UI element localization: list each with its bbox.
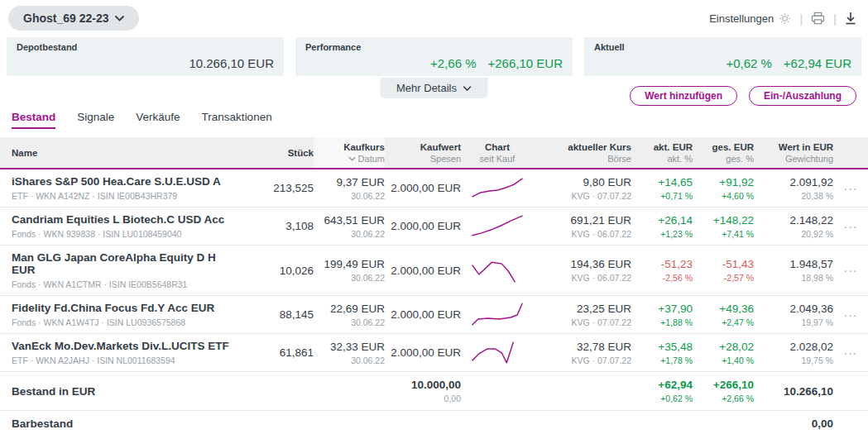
col-ges-eur[interactable]: ges. EURges. % [693,137,754,168]
sparkline-chart[interactable] [461,302,534,327]
col-value-eur[interactable]: Wert in EURGewichtung [754,137,833,168]
position-name-cell[interactable]: Man GLG Japan CoreAlpha Equity D H EUR F… [0,251,237,289]
position-name-cell[interactable]: VanEck Mo.Dev.Markets Div.L.UCITS ETF ET… [0,340,237,365]
value-eur-cell: 2.028,0219,75 % [754,341,833,365]
col-current-price[interactable]: aktueller KursBörse [534,137,631,168]
position-name-cell[interactable]: Candriam Equities L Biotech.C USD Acc Fo… [0,213,237,239]
divider: | [799,12,803,26]
top-bar: Ghost_69 22-23 Einstellungen | | [0,0,868,36]
details-actions-row: Mehr Details Wert hinzufügen Ein-/Auszah… [12,76,856,106]
akt-eur-cell: +26,14+1,23 % [631,214,693,239]
current-price-cell: 32,78 EURKVG · 07.07.22 [534,341,631,365]
total-label: Barbestand [0,417,237,430]
ges-eur-cell: +49,36+2,47 % [693,303,754,327]
shares-cell: 10,026 [237,265,314,277]
row-menu-button[interactable]: ··· [833,264,868,277]
col-name[interactable]: Name [0,143,237,162]
sparkline-chart[interactable] [461,175,534,201]
akt-eur-cell: +14,65+0,71 % [631,176,693,201]
download-icon [845,12,856,25]
settings-button[interactable]: Einstellungen [709,12,791,25]
tab-signale[interactable]: Signale [77,111,114,129]
buy-value-cell: 2.000,00 EUR [385,346,461,359]
ges-eur-cell: -51,43-2,57 % [693,258,754,283]
tab-bestand[interactable]: Bestand [12,111,55,129]
col-buy-price[interactable]: Kaufkurs Datum [314,137,385,168]
col-akt-eur[interactable]: akt. EURakt. % [631,137,693,168]
performance-pct: +2,66 % [430,56,476,70]
current-price-cell: 194,36 EURKVG · 06.07.22 [534,258,631,283]
card-aktuell: Aktuell +0,62 % +62,94 EUR [584,37,861,76]
position-row[interactable]: Fidelity Fd.China Focus Fd.Y Acc EUR Fon… [0,296,868,334]
position-row[interactable]: Candriam Equities L Biotech.C USD Acc Fo… [0,207,868,246]
akt-eur-cell: +37,90+1,88 % [631,303,693,327]
card-depotbestand: Depotbestand 10.266,10 EUR [7,37,284,76]
buy-value-cell: 2.000,00 EUR [385,220,461,232]
total-row-barbestand: Barbestand 0,00 [0,411,868,434]
current-price-cell: 691,21 EURKVG · 06.07.22 [534,214,631,239]
total-row-bestand: Bestand in EUR 10.000,00 0,00 +62,94 +0,… [0,372,868,411]
tab-bar: Bestand Signale Verkäufe Transaktionen [12,111,856,129]
position-details: ETF · WKN A2JAHJ · ISIN NL0011683594 [12,355,237,365]
position-name[interactable]: Man GLG Japan CoreAlpha Equity D H EUR [12,251,237,276]
more-details-button[interactable]: Mehr Details [380,78,488,98]
row-menu-button[interactable]: ··· [833,308,868,322]
buy-value-cell: 2.000,00 EUR [385,265,461,277]
shares-cell: 213,525 [237,182,314,194]
value-eur-cell: 2.049,3619,97 % [754,303,833,327]
aktuell-pct: +0,62 % [726,56,771,70]
deposit-withdraw-button[interactable]: Ein-/Auszahlung [749,86,856,106]
portfolio-selector[interactable]: Ghost_69 22-23 [8,6,139,31]
tab-verkaeufe[interactable]: Verkäufe [136,111,180,129]
table-header: Name Stück Kaufkurs Datum KaufwertSpesen… [0,137,868,169]
shares-cell: 3,108 [237,220,314,232]
add-value-button[interactable]: Wert hinzufügen [630,86,737,106]
buy-price-cell: 643,51 EUR30.06.22 [314,214,385,239]
sparkline-chart[interactable] [461,258,534,284]
row-menu-button[interactable]: ··· [833,346,868,360]
total-ges-eur: +266,10 +2,66 % [693,379,754,403]
current-price-cell: 23,25 EURKVG · 07.07.22 [534,303,631,327]
row-menu-button[interactable]: ··· [833,220,868,233]
col-buy-value[interactable]: KaufwertSpesen [385,137,461,168]
akt-eur-cell: +35,48+1,78 % [631,341,693,365]
position-name[interactable]: VanEck Mo.Dev.Markets Div.L.UCITS ETF [12,340,237,352]
value-eur-cell: 1.948,5718,98 % [754,258,833,283]
summary-cards: Depotbestand 10.266,10 EUR Performance +… [7,37,861,76]
current-price-cell: 9,80 EURKVG · 07.07.22 [534,176,631,201]
download-button[interactable] [845,12,856,25]
position-name-cell[interactable]: iShares S&P 500 Hea.Care S.U.E.USD A ETF… [0,175,237,201]
card-performance: Performance +2,66 % +266,10 EUR [295,37,573,76]
performance-value: +266,10 EUR [488,56,563,70]
position-details: Fonds · WKN A1W4TJ · ISIN LU0936575868 [12,317,237,327]
position-row[interactable]: iShares S&P 500 Hea.Care S.U.E.USD A ETF… [0,169,868,207]
position-name-cell[interactable]: Fidelity Fd.China Focus Fd.Y Acc EUR Fon… [0,302,237,327]
shares-cell: 61,861 [237,346,314,359]
position-name[interactable]: iShares S&P 500 Hea.Care S.U.E.USD A [12,175,237,188]
position-details: Fonds · WKN 939838 · ISIN LU0108459040 [12,229,237,239]
more-details-label: Mehr Details [396,82,457,94]
depot-value: 10.266,10 EUR [189,56,274,70]
shares-cell: 88,145 [237,308,314,321]
total-value-eur: 10.266,10 [754,385,833,398]
position-name[interactable]: Fidelity Fd.China Focus Fd.Y Acc EUR [12,302,237,314]
card-label: Aktuell [594,42,851,52]
total-buy-value: 10.000,00 0,00 [385,379,461,403]
total-label: Bestand in EUR [0,385,237,398]
position-name[interactable]: Candriam Equities L Biotech.C USD Acc [12,213,237,226]
sparkline-chart[interactable] [461,213,534,239]
action-buttons: Wert hinzufügen Ein-/Auszahlung [630,86,856,106]
total-akt-eur: +62,94 +0,62 % [631,379,693,403]
print-button[interactable] [811,12,825,25]
value-eur-cell: 2.148,2220,92 % [754,214,833,239]
position-row[interactable]: Man GLG Japan CoreAlpha Equity D H EUR F… [0,246,868,296]
col-shares[interactable]: Stück [237,143,314,162]
position-row[interactable]: VanEck Mo.Dev.Markets Div.L.UCITS ETF ET… [0,334,868,372]
row-menu-button[interactable]: ··· [833,182,868,195]
tab-transaktionen[interactable]: Transaktionen [202,111,272,129]
buy-price-cell: 32,33 EUR30.06.22 [314,341,385,365]
sparkline-chart[interactable] [461,340,534,365]
buy-value-cell: 2.000,00 EUR [385,182,461,194]
col-chart[interactable]: Chartseit Kauf [461,137,534,168]
col-menu [833,148,868,157]
